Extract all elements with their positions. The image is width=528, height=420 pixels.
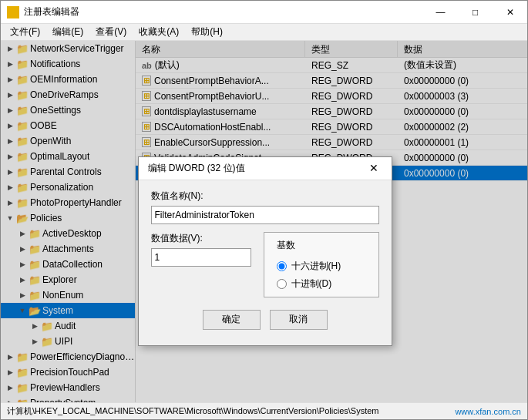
modal-value-row: 数值数据(V): 基数 十六进制(H) <box>151 232 379 297</box>
menu-file[interactable]: 文件(F) <box>4 24 46 40</box>
menu-bar: 文件(F) 编辑(E) 查看(V) 收藏夹(A) 帮助(H) <box>1 24 527 41</box>
modal-buttons: 确定 取消 <box>151 310 379 336</box>
menu-edit[interactable]: 编辑(E) <box>46 24 89 40</box>
modal-body: 数值名称(N): 数值数据(V): 基数 <box>139 180 392 345</box>
svg-rect-2 <box>8 13 12 17</box>
app-icon <box>7 6 19 18</box>
modal-close-button[interactable]: ✕ <box>357 156 392 180</box>
title-controls: — □ ✕ <box>423 1 527 24</box>
svg-rect-3 <box>14 13 18 17</box>
modal-radios-group: 基数 十六进制(H) 十进制(D) <box>264 232 379 297</box>
modal-value-section: 数值数据(V): <box>151 232 251 267</box>
svg-rect-1 <box>14 8 18 12</box>
radio-dec-input[interactable] <box>277 279 287 289</box>
status-brand: www.xfan.com.cn <box>455 407 521 416</box>
modal-name-input[interactable] <box>151 206 379 224</box>
modal-cancel-button[interactable]: 取消 <box>270 310 328 330</box>
modal-data-input[interactable] <box>151 248 251 267</box>
modal-ok-button[interactable]: 确定 <box>203 310 261 330</box>
minimize-button[interactable]: — <box>423 1 458 24</box>
main-area: ▶ 📁 NetworkServiceTrigger ▶ 📁 Notificati… <box>1 41 527 402</box>
modal-title-bar: 编辑 DWORD (32 位)值 ✕ <box>139 157 392 180</box>
status-path: 计算机\HKEY_LOCAL_MACHINE\SOFTWARE\Microsof… <box>7 405 379 417</box>
registry-editor-window: 注册表编辑器 — □ ✕ 文件(F) 编辑(E) 查看(V) 收藏夹(A) 帮助… <box>0 0 528 420</box>
modal-title: 编辑 DWORD (32 位)值 <box>148 162 245 175</box>
edit-dword-dialog: 编辑 DWORD (32 位)值 ✕ 数值名称(N): 数值数据(V): <box>138 156 392 346</box>
menu-help[interactable]: 帮助(H) <box>185 24 229 40</box>
menu-view[interactable]: 查看(V) <box>89 24 133 40</box>
radio-hex[interactable]: 十六进制(H) <box>277 260 366 273</box>
svg-rect-0 <box>8 8 12 12</box>
menu-favorites[interactable]: 收藏夹(A) <box>133 24 185 40</box>
title-bar: 注册表编辑器 — □ ✕ <box>1 1 527 24</box>
radio-dec-label: 十进制(D) <box>291 277 332 291</box>
modal-data-label: 数值数据(V): <box>151 232 251 245</box>
radio-dec[interactable]: 十进制(D) <box>277 277 366 291</box>
modal-base-section: 基数 十六进制(H) 十进制(D) <box>264 232 379 297</box>
maximize-button[interactable]: □ <box>458 1 493 24</box>
close-button[interactable]: ✕ <box>493 1 527 24</box>
modal-name-label: 数值名称(N): <box>151 190 379 203</box>
radio-hex-label: 十六进制(H) <box>291 260 341 273</box>
radio-hex-input[interactable] <box>277 261 287 271</box>
status-bar: 计算机\HKEY_LOCAL_MACHINE\SOFTWARE\Microsof… <box>1 402 527 419</box>
modal-overlay: 编辑 DWORD (32 位)值 ✕ 数值名称(N): 数值数据(V): <box>1 41 527 402</box>
title-bar-left: 注册表编辑器 <box>7 5 79 18</box>
window-title: 注册表编辑器 <box>24 5 79 18</box>
modal-base-label: 基数 <box>277 239 366 252</box>
